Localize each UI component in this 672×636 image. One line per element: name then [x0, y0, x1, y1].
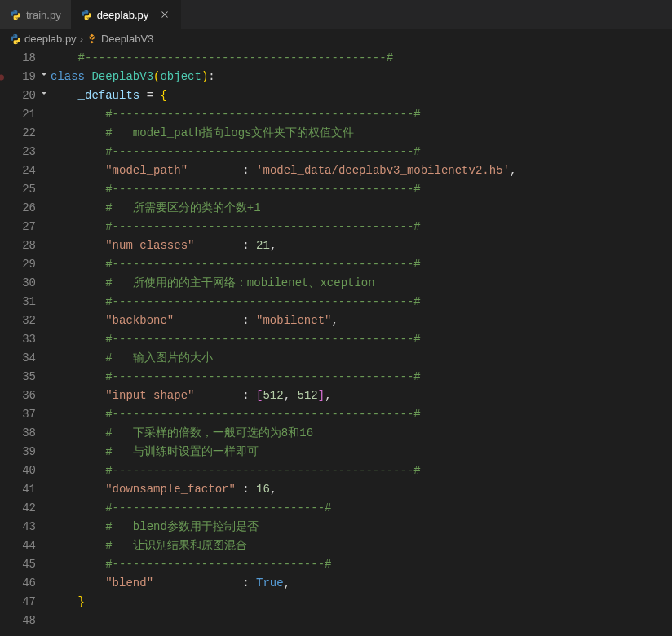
breakpoint-icon[interactable]	[0, 74, 4, 80]
code-line[interactable]: #-------------------------------#	[51, 555, 672, 574]
code-line[interactable]	[51, 612, 672, 630]
code-line[interactable]: # blend参数用于控制是否	[51, 518, 672, 537]
line-number: 39	[0, 443, 36, 462]
line-number: 38	[0, 424, 36, 443]
line-number-gutter: 1819202122232425262728293031323334353637…	[0, 49, 51, 636]
code-line[interactable]: # model_path指向logs文件夹下的权值文件	[51, 124, 672, 143]
code-line[interactable]: #---------------------------------------…	[51, 180, 672, 199]
code-line[interactable]: "model_path" : 'model_data/deeplabv3_mob…	[51, 161, 672, 180]
breadcrumb: deeplab.py › DeeplabV3	[0, 29, 672, 49]
line-number: 18	[0, 49, 36, 68]
line-number: 45	[0, 555, 36, 574]
line-number: 40	[0, 462, 36, 480]
line-number: 34	[0, 349, 36, 368]
python-file-icon	[10, 9, 21, 20]
code-line[interactable]: #---------------------------------------…	[51, 255, 672, 274]
line-number: 19	[0, 68, 36, 86]
line-number: 23	[0, 143, 36, 161]
close-icon[interactable]	[158, 8, 171, 21]
code-line[interactable]: "blend" : True,	[51, 574, 672, 593]
tab-deeplab[interactable]: deeplab.py	[71, 0, 182, 29]
code-line[interactable]: #---------------------------------------…	[51, 49, 672, 68]
line-number: 32	[0, 311, 36, 330]
line-number: 46	[0, 574, 36, 593]
code-line[interactable]: #---------------------------------------…	[51, 218, 672, 236]
code-line[interactable]: "input_shape" : [512, 512],	[51, 386, 672, 405]
editor-tabs: train.py deeplab.py	[0, 0, 672, 29]
code-line[interactable]: }	[51, 593, 672, 612]
line-number: 44	[0, 537, 36, 555]
line-number: 47	[0, 593, 36, 612]
code-line[interactable]: # 与训练时设置的一样即可	[51, 443, 672, 462]
tab-train[interactable]: train.py	[0, 0, 71, 29]
code-line[interactable]: # 所使用的的主干网络：mobilenet、xception	[51, 274, 672, 293]
breadcrumb-symbol[interactable]: DeeplabV3	[101, 33, 153, 45]
line-number: 28	[0, 236, 36, 255]
python-file-icon	[81, 9, 92, 20]
breadcrumb-file[interactable]: deeplab.py	[24, 33, 77, 45]
line-number: 30	[0, 274, 36, 293]
line-number: 22	[0, 124, 36, 143]
code-line[interactable]: #---------------------------------------…	[51, 462, 672, 480]
python-file-icon	[10, 33, 21, 45]
code-line[interactable]: #---------------------------------------…	[51, 143, 672, 161]
code-editor[interactable]: 1819202122232425262728293031323334353637…	[0, 49, 672, 636]
code-line[interactable]: #---------------------------------------…	[51, 293, 672, 311]
line-number: 33	[0, 330, 36, 349]
tab-label: deeplab.py	[97, 9, 149, 21]
code-line[interactable]: "backbone" : "mobilenet",	[51, 311, 672, 330]
line-number: 25	[0, 180, 36, 199]
code-line[interactable]: #---------------------------------------…	[51, 330, 672, 349]
line-number: 42	[0, 499, 36, 518]
line-number: 48	[0, 612, 36, 630]
code-line[interactable]: #---------------------------------------…	[51, 405, 672, 424]
code-line[interactable]: # 输入图片的大小	[51, 349, 672, 368]
line-number: 29	[0, 255, 36, 274]
line-number: 37	[0, 405, 36, 424]
chevron-right-icon: ›	[80, 33, 83, 45]
fold-icon[interactable]	[39, 86, 49, 105]
fold-icon[interactable]	[39, 68, 49, 86]
code-line[interactable]: #-------------------------------#	[51, 499, 672, 518]
code-line[interactable]: #---------------------------------------…	[51, 105, 672, 124]
class-symbol-icon	[86, 33, 98, 45]
tab-label: train.py	[26, 9, 61, 21]
line-number: 20	[0, 86, 36, 105]
line-number: 41	[0, 480, 36, 499]
code-line[interactable]: #---------------------------------------…	[51, 368, 672, 386]
line-number: 27	[0, 218, 36, 236]
code-line[interactable]: # 让识别结果和原图混合	[51, 537, 672, 555]
code-line[interactable]: "downsample_factor" : 16,	[51, 480, 672, 499]
code-line[interactable]: _defaults = {	[51, 86, 672, 105]
line-number: 36	[0, 386, 36, 405]
line-number: 24	[0, 161, 36, 180]
line-number: 21	[0, 105, 36, 124]
line-number: 43	[0, 518, 36, 537]
line-number: 26	[0, 199, 36, 218]
code-line[interactable]: "num_classes" : 21,	[51, 236, 672, 255]
code-line[interactable]: # 下采样的倍数，一般可选的为8和16	[51, 424, 672, 443]
code-content[interactable]: #---------------------------------------…	[51, 49, 672, 636]
code-line[interactable]: class DeeplabV3(object):	[51, 68, 672, 86]
line-number: 31	[0, 293, 36, 311]
line-number: 35	[0, 368, 36, 386]
code-line[interactable]: # 所需要区分的类的个数+1	[51, 199, 672, 218]
